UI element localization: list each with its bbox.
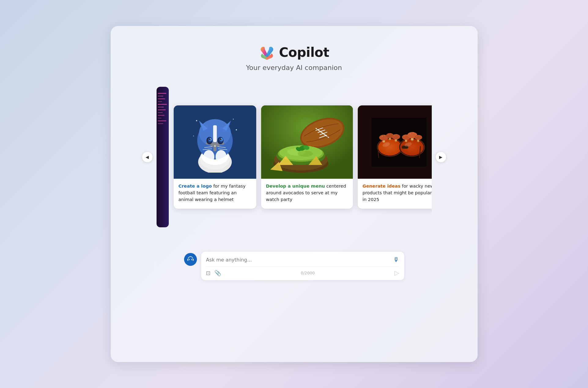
- card-3-image: [358, 105, 432, 179]
- svg-point-94: [409, 133, 411, 134]
- avocado-football-svg: [261, 105, 353, 179]
- card-1[interactable]: Create a logo for my fantasy football te…: [174, 105, 256, 208]
- carousel: ◀: [123, 87, 465, 227]
- card-2-text: Develop a unique menu centered around av…: [261, 179, 353, 208]
- send-button[interactable]: ▷: [394, 269, 399, 276]
- header: Copilot Your everyday AI companion: [246, 44, 342, 71]
- svg-point-3: [193, 136, 194, 137]
- card-1-image: [174, 105, 256, 179]
- card-3[interactable]: Generate ideas for wacky new products th…: [358, 105, 432, 208]
- card-2[interactable]: Develop a unique menu centered around av…: [261, 105, 353, 208]
- input-area: 🎙 ⊡ 📎 0/2000 ▷: [184, 252, 404, 280]
- svg-point-30: [203, 150, 214, 163]
- input-footer: ⊡ 📎 0/2000 ▷: [206, 266, 399, 276]
- svg-point-96: [416, 134, 416, 135]
- svg-point-28: [221, 139, 222, 140]
- svg-point-85: [396, 134, 397, 135]
- cards-area: Create a logo for my fantasy football te…: [157, 87, 432, 227]
- chevron-right-icon: ▶: [439, 155, 442, 159]
- svg-point-0: [196, 120, 197, 121]
- carousel-prev-button[interactable]: ◀: [142, 152, 153, 163]
- svg-rect-14: [213, 125, 217, 142]
- card-1-accent: Create a logo: [179, 184, 212, 189]
- svg-point-1: [233, 119, 234, 120]
- copilot-logo-icon: [259, 44, 275, 60]
- svg-point-73: [381, 136, 383, 137]
- svg-point-31: [216, 150, 227, 163]
- input-box: 🎙 ⊡ 📎 0/2000 ▷: [201, 252, 404, 280]
- char-count: 0/2000: [301, 271, 315, 275]
- main-container: Copilot Your everyday AI companion ◀: [111, 26, 478, 362]
- attach-icon[interactable]: 📎: [214, 270, 221, 276]
- svg-point-61: [378, 139, 401, 156]
- svg-point-95: [413, 133, 414, 134]
- microphone-icon[interactable]: 🎙: [393, 256, 399, 263]
- card-1-text: Create a logo for my fantasy football te…: [174, 179, 256, 208]
- svg-point-100: [416, 136, 417, 137]
- app-title: Copilot: [279, 45, 329, 60]
- svg-rect-13: [213, 146, 216, 151]
- app-subtitle: Your everyday AI companion: [246, 64, 342, 71]
- code-decoration: [158, 93, 167, 124]
- card-partial-left: [157, 87, 169, 227]
- screenshot-icon[interactable]: ⊡: [206, 270, 211, 276]
- chat-avatar: [184, 253, 197, 266]
- logo-row: Copilot: [259, 44, 329, 60]
- headset-icon: [187, 256, 194, 263]
- svg-point-83: [392, 134, 400, 139]
- chevron-left-icon: ◀: [146, 155, 149, 159]
- svg-point-99: [415, 135, 422, 140]
- card-2-accent: Develop a unique menu: [266, 184, 325, 189]
- svg-point-80: [390, 134, 391, 134]
- input-row: 🎙: [206, 256, 399, 263]
- card-3-accent: Generate ideas: [363, 184, 401, 189]
- svg-point-79: [388, 134, 389, 135]
- svg-point-89: [404, 136, 405, 137]
- svg-point-27: [210, 139, 211, 140]
- chat-input[interactable]: [206, 257, 391, 263]
- svg-point-101: [419, 135, 420, 136]
- card-3-text: Generate ideas for wacky new products th…: [358, 179, 432, 208]
- svg-point-2: [236, 129, 237, 130]
- input-footer-left: ⊡ 📎: [206, 270, 221, 276]
- card-2-image: [261, 105, 353, 179]
- cat-helmet-svg: [187, 112, 242, 173]
- carousel-next-button[interactable]: ▶: [435, 152, 446, 163]
- mushroom-glasses-svg: [372, 118, 427, 167]
- svg-point-74: [384, 135, 385, 136]
- svg-point-51: [298, 151, 313, 157]
- svg-point-84: [394, 135, 395, 136]
